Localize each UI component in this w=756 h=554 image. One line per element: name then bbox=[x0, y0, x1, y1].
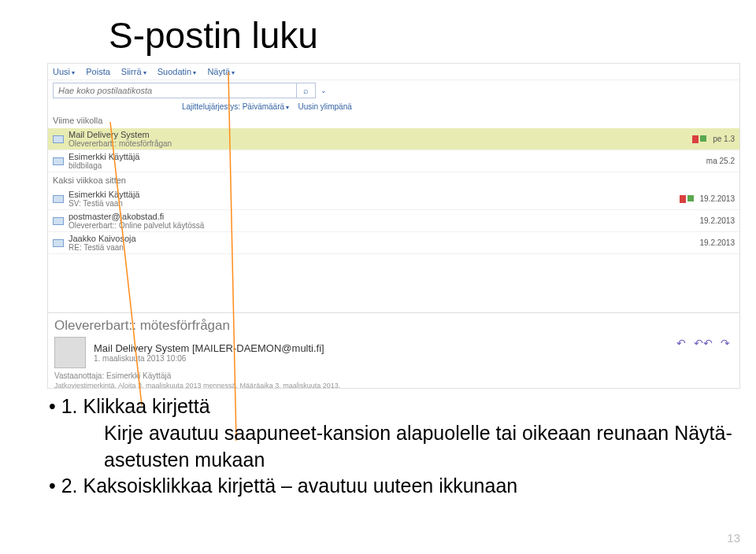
mail-icon bbox=[53, 195, 64, 203]
group-header-1: Viime viikolla bbox=[48, 113, 739, 128]
search-input[interactable] bbox=[53, 83, 297, 98]
avatar bbox=[54, 337, 86, 368]
bullet-1-prefix: • 1. bbox=[49, 395, 83, 417]
message-sender: Mail Delivery System bbox=[69, 130, 687, 139]
message-row[interactable]: Esimerkki Käyttäjä bildbilaga ma 25.2 bbox=[48, 150, 739, 172]
mail-icon bbox=[53, 157, 64, 165]
mail-icon bbox=[53, 217, 64, 225]
sort-order[interactable]: Uusin ylimpänä bbox=[298, 102, 351, 111]
message-date: 19.2.2013 bbox=[700, 216, 736, 225]
group-header-2: Kaksi viikkoa sitten bbox=[48, 172, 739, 188]
toolbar-view[interactable]: Näytä bbox=[207, 67, 235, 76]
bullet-1: • 1. Klikkaa kirjettä bbox=[49, 393, 756, 420]
sort-label: Lajittelujärjestys: bbox=[182, 102, 240, 111]
check-icon bbox=[687, 195, 694, 201]
reply-all-icon[interactable]: ↶↶ bbox=[694, 337, 713, 349]
preview-to-label: Vastaanottaja: bbox=[54, 371, 104, 380]
message-subject: Olevererbart:: mötesförfrågan bbox=[69, 139, 687, 148]
message-sender: Esimerkki Käyttäjä bbox=[69, 152, 700, 161]
message-subject: RE: Testiä vaan bbox=[69, 243, 694, 252]
page-number: 13 bbox=[727, 531, 740, 545]
bullet-2-text: Kaksoisklikkaa kirjettä – avautuu uuteen… bbox=[83, 475, 518, 497]
preview-pane: Olevererbart:: mötesförfrågan Mail Deliv… bbox=[48, 312, 739, 388]
flag-icon bbox=[680, 195, 686, 203]
preview-from: Mail Delivery System [MAILER-DAEMON@mult… bbox=[94, 342, 324, 354]
chevron-down-icon[interactable]: ⌄ bbox=[321, 87, 327, 94]
sort-row: Lajittelujärjestys: Päivämäärä Uusin yli… bbox=[48, 101, 739, 113]
preview-to: Esimerkki Käyttäjä bbox=[106, 371, 171, 380]
mail-icon bbox=[53, 239, 64, 247]
message-date: pe 1.3 bbox=[713, 135, 735, 143]
bullet-list: • 1. Klikkaa kirjettä Kirje avautuu saap… bbox=[49, 393, 756, 500]
preview-actions: ↶ ↶↶ ↷ bbox=[676, 337, 730, 349]
search-button[interactable]: ⌕ bbox=[297, 83, 316, 98]
message-row[interactable]: Esimerkki Käyttäjä SV: Testiä vaan 19.2.… bbox=[48, 188, 739, 210]
message-date: ma 25.2 bbox=[706, 157, 735, 165]
message-row[interactable]: Jaakko Kaivosoja RE: Testiä vaan 19.2.20… bbox=[48, 232, 739, 254]
preview-subject: Olevererbart:: mötesförfrågan bbox=[54, 318, 733, 334]
preview-to-row: Vastaanottaja: Esimerkki Käyttäjä bbox=[54, 371, 733, 380]
message-subject: Olevererbart:: Online palvelut käytössä bbox=[69, 221, 694, 230]
flag-icon bbox=[692, 135, 699, 143]
message-date: 19.2.2013 bbox=[700, 194, 736, 203]
forward-icon[interactable]: ↷ bbox=[721, 337, 730, 349]
message-sender: Jaakko Kaivosoja bbox=[69, 234, 694, 243]
toolbar-new[interactable]: Uusi bbox=[53, 67, 75, 76]
message-subject: bildbilaga bbox=[69, 161, 700, 170]
toolbar-move[interactable]: Siirrä bbox=[121, 67, 146, 76]
toolbar-delete[interactable]: Poista bbox=[86, 67, 110, 76]
message-row[interactable]: Mail Delivery System Olevererbart:: möte… bbox=[48, 128, 739, 150]
message-sender: postmaster@jakobstad.fi bbox=[69, 212, 694, 221]
mail-icon bbox=[53, 135, 64, 143]
bullet-2: • 2. Kaksoisklikkaa kirjettä – avautuu u… bbox=[49, 473, 756, 500]
message-sender: Esimerkki Käyttäjä bbox=[69, 190, 675, 199]
bullet-1-text: Klikkaa kirjettä bbox=[83, 395, 210, 417]
reply-icon[interactable]: ↶ bbox=[676, 337, 686, 349]
sort-by[interactable]: Päivämäärä bbox=[243, 102, 290, 111]
search-icon: ⌕ bbox=[303, 86, 309, 95]
bullet-1-sub: Kirje avautuu saapuneet-kansion alapuole… bbox=[104, 420, 756, 474]
email-screenshot: Uusi Poista Siirrä Suodatin Näytä ⌕ ⌄ La… bbox=[47, 63, 740, 389]
preview-followup: Jatkoviestimerkintä. Aloita 3. maaliskuu… bbox=[54, 382, 733, 390]
message-date: 19.2.2013 bbox=[700, 238, 736, 247]
message-row[interactable]: postmaster@jakobstad.fi Olevererbart:: O… bbox=[48, 210, 739, 232]
search-row: ⌕ ⌄ bbox=[48, 80, 739, 101]
check-icon bbox=[700, 135, 706, 142]
slide-title: S-postin luku bbox=[109, 14, 724, 57]
email-toolbar: Uusi Poista Siirrä Suodatin Näytä bbox=[48, 64, 739, 80]
bullet-2-prefix: • 2. bbox=[49, 475, 83, 497]
message-subject: SV: Testiä vaan bbox=[69, 199, 675, 208]
preview-time: 1. maaliskuuta 2013 10:06 bbox=[94, 354, 324, 363]
toolbar-filter[interactable]: Suodatin bbox=[158, 67, 197, 76]
